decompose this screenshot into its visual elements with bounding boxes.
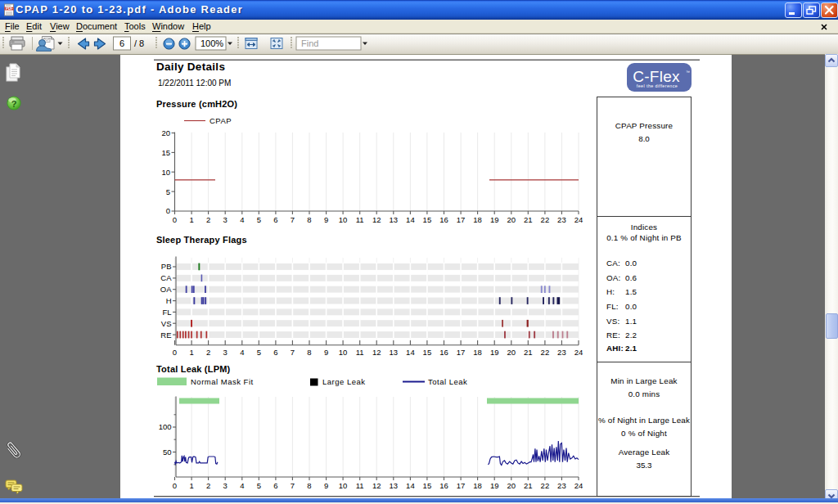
- svg-text:Total Leak (LPM): Total Leak (LPM): [156, 364, 231, 374]
- svg-text:Normal Mask Fit: Normal Mask Fit: [191, 377, 254, 386]
- svg-text:19: 19: [490, 481, 499, 490]
- svg-text:2: 2: [206, 481, 210, 490]
- svg-text:RE: RE: [160, 331, 171, 340]
- svg-text:1/22/2011 12:00 PM: 1/22/2011 12:00 PM: [158, 79, 231, 88]
- svg-text:4: 4: [240, 348, 244, 357]
- svg-text:Daily Details: Daily Details: [156, 61, 225, 73]
- svg-text:20: 20: [507, 481, 516, 490]
- svg-text:8.0: 8.0: [638, 134, 650, 143]
- svg-text:13: 13: [390, 215, 399, 224]
- svg-text:1.5: 1.5: [625, 287, 638, 296]
- svg-text:18: 18: [473, 348, 482, 357]
- svg-text:% of Night in Large Leak: % of Night in Large Leak: [598, 416, 690, 425]
- svg-text:3: 3: [223, 348, 228, 357]
- svg-text:VS:: VS:: [606, 317, 619, 326]
- svg-text:15: 15: [423, 348, 432, 357]
- svg-text:CA: CA: [160, 273, 172, 282]
- svg-text:PDF: PDF: [6, 7, 13, 11]
- svg-text:10: 10: [161, 168, 170, 177]
- svg-text:13: 13: [390, 481, 399, 490]
- svg-text:9: 9: [324, 215, 328, 224]
- svg-text:6: 6: [273, 481, 277, 490]
- svg-text:16: 16: [439, 481, 448, 490]
- svg-text:21: 21: [524, 481, 533, 490]
- svg-text:23: 23: [557, 481, 566, 490]
- svg-text:Average Leak: Average Leak: [619, 448, 670, 457]
- svg-text:11: 11: [356, 348, 364, 357]
- svg-text:12: 12: [372, 215, 381, 224]
- svg-text:15: 15: [423, 215, 432, 224]
- svg-text:24: 24: [574, 481, 583, 490]
- svg-text:2: 2: [206, 215, 210, 224]
- svg-text:7: 7: [291, 215, 295, 224]
- svg-text:10: 10: [339, 215, 348, 224]
- svg-text:Min in Large Leak: Min in Large Leak: [610, 376, 677, 385]
- svg-text:2.2: 2.2: [625, 331, 637, 340]
- svg-text:20: 20: [161, 128, 170, 137]
- svg-text:35.3: 35.3: [636, 461, 652, 470]
- svg-text:5: 5: [257, 481, 261, 490]
- svg-text:0 % of Night: 0 % of Night: [621, 429, 667, 438]
- svg-text:Indices: Indices: [631, 223, 657, 232]
- svg-text:0: 0: [173, 481, 177, 490]
- svg-text:2.1: 2.1: [625, 344, 638, 353]
- svg-text:H: H: [166, 296, 172, 305]
- svg-text:7: 7: [291, 481, 295, 490]
- svg-text:9: 9: [324, 348, 328, 357]
- svg-text:14: 14: [406, 348, 415, 357]
- svg-text:22: 22: [541, 215, 550, 224]
- svg-text:19: 19: [490, 348, 499, 357]
- svg-text:5: 5: [257, 348, 261, 357]
- svg-text:100: 100: [159, 422, 172, 431]
- svg-text:14: 14: [406, 481, 415, 490]
- svg-text:OA:: OA:: [606, 273, 620, 282]
- svg-text:8: 8: [307, 481, 311, 490]
- svg-text:21: 21: [524, 215, 533, 224]
- svg-text:20: 20: [507, 348, 516, 357]
- svg-text:15: 15: [161, 148, 170, 157]
- svg-text:Find: Find: [301, 38, 318, 48]
- svg-text:10: 10: [339, 481, 348, 490]
- svg-text:9: 9: [324, 481, 328, 490]
- svg-text:1.1: 1.1: [625, 317, 637, 326]
- svg-text:0: 0: [166, 206, 170, 215]
- svg-text:12: 12: [372, 348, 381, 357]
- svg-text:17: 17: [457, 348, 466, 357]
- svg-text:16: 16: [439, 348, 448, 357]
- svg-text:1: 1: [189, 215, 193, 224]
- svg-text:feel the difference: feel the difference: [637, 83, 678, 88]
- svg-text:8: 8: [307, 215, 311, 224]
- svg-text:CPAP: CPAP: [210, 116, 232, 125]
- svg-text:20: 20: [507, 215, 516, 224]
- svg-text:FL:: FL:: [606, 302, 619, 311]
- svg-text:6: 6: [273, 348, 277, 357]
- svg-text:RE:: RE:: [606, 331, 620, 340]
- svg-text:2: 2: [206, 348, 210, 357]
- svg-text:VS: VS: [161, 319, 172, 328]
- svg-text:Large Leak: Large Leak: [322, 377, 366, 386]
- svg-text:™: ™: [686, 70, 690, 74]
- svg-text:21: 21: [524, 348, 533, 357]
- svg-text:14: 14: [406, 215, 415, 224]
- svg-text:FL: FL: [162, 308, 171, 317]
- svg-text:100%: 100%: [200, 38, 223, 48]
- svg-text:1: 1: [189, 481, 193, 490]
- svg-text:8: 8: [307, 348, 311, 357]
- svg-text:17: 17: [457, 215, 466, 224]
- svg-text:1: 1: [189, 348, 193, 357]
- svg-text:CPAP Pressure: CPAP Pressure: [615, 121, 674, 130]
- svg-text:0.0: 0.0: [625, 302, 638, 311]
- svg-text:Pressure (cmH2O): Pressure (cmH2O): [156, 99, 237, 109]
- svg-text:10: 10: [339, 348, 348, 357]
- svg-text:CA:: CA:: [606, 259, 620, 268]
- svg-text:AHI:: AHI:: [606, 344, 624, 353]
- svg-text:15: 15: [423, 481, 432, 490]
- svg-text:0.1 % of Night in PB: 0.1 % of Night in PB: [606, 233, 682, 242]
- svg-text:4: 4: [240, 215, 244, 224]
- svg-text:22: 22: [541, 348, 550, 357]
- svg-text:5: 5: [166, 187, 170, 196]
- svg-text:Total Leak: Total Leak: [428, 377, 467, 386]
- svg-text:11: 11: [356, 481, 364, 490]
- svg-text:0.6: 0.6: [625, 273, 638, 282]
- svg-text:22: 22: [541, 481, 550, 490]
